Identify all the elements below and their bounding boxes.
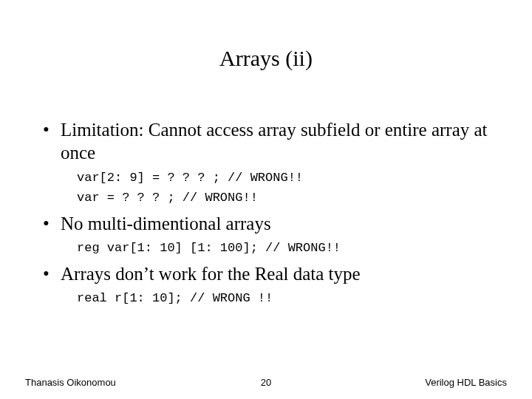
code-line: var[2: 9] = ? ? ? ; // WRONG!! [77,171,502,185]
bullet-marker: • [43,262,61,285]
slide-title: Arrays (ii) [0,46,532,71]
bullet-item: • Arrays don’t work for the Real data ty… [43,262,502,285]
bullet-item: • Limitation: Cannot access array subfie… [43,118,502,165]
slide-body: • Limitation: Cannot access array subfie… [43,118,502,311]
bullet-text: No multi-dimentional arrays [61,212,502,235]
bullet-marker: • [43,118,61,165]
bullet-text: Arrays don’t work for the Real data type [61,262,502,285]
footer-topic: Verilog HDL Basics [425,377,507,388]
bullet-marker: • [43,212,61,235]
bullet-text: Limitation: Cannot access array subfield… [61,118,502,165]
slide: Arrays (ii) • Limitation: Cannot access … [0,0,532,399]
code-line: var = ? ? ? ; // WRONG!! [77,191,502,205]
bullet-item: • No multi-dimentional arrays [43,212,502,235]
code-line: reg var[1: 10] [1: 100]; // WRONG!! [77,241,502,255]
code-line: real r[1: 10]; // WRONG !! [77,291,502,305]
